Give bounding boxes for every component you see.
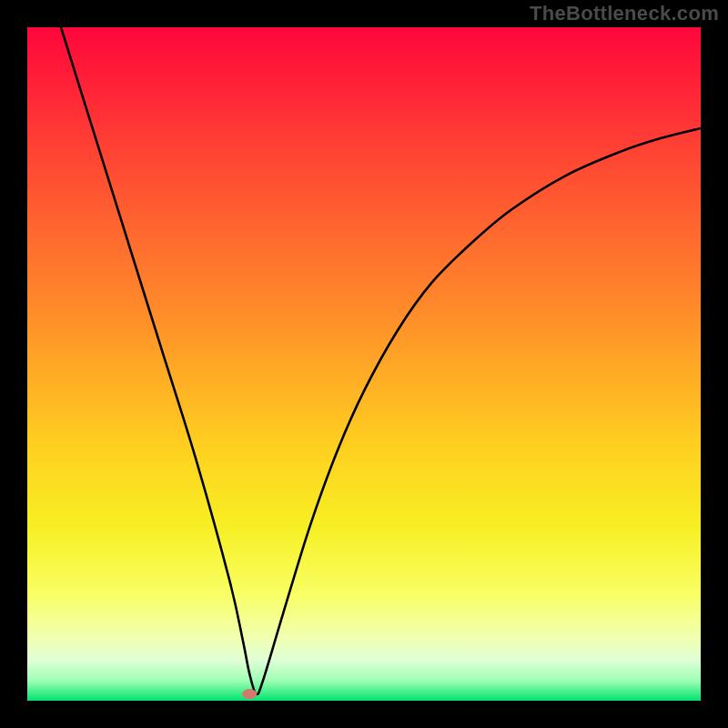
gradient-background xyxy=(27,27,701,701)
watermark-text: TheBottleneck.com xyxy=(530,2,719,25)
bottleneck-chart xyxy=(27,27,701,701)
optimal-point-marker xyxy=(242,689,257,699)
chart-frame: TheBottleneck.com xyxy=(0,0,728,728)
